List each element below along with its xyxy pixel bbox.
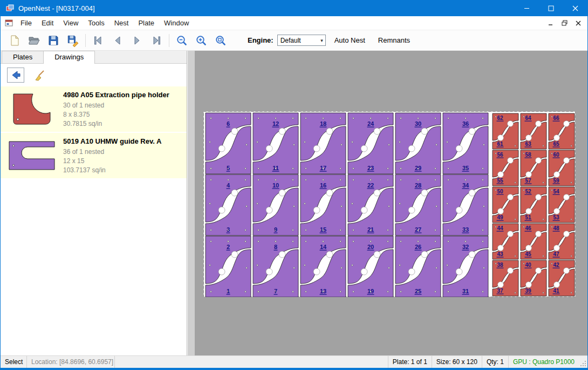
menu-item-nest[interactable]: Nest	[110, 17, 134, 29]
part-number[interactable]: 40	[525, 262, 531, 268]
part-number[interactable]: 33	[462, 226, 469, 233]
zoom-fit-button[interactable]	[211, 32, 230, 49]
part-number[interactable]: 10	[272, 182, 279, 189]
zoom-out-button[interactable]	[172, 32, 192, 49]
part-number[interactable]: 57	[525, 178, 531, 184]
part-number[interactable]: 5	[227, 165, 230, 171]
part-number[interactable]: 6	[227, 120, 230, 127]
nav-next-button[interactable]	[127, 32, 147, 49]
part-number[interactable]: 66	[553, 115, 559, 121]
part-number[interactable]: 8	[274, 244, 277, 250]
mdi-restore-button[interactable]	[562, 20, 568, 26]
part-number[interactable]: 65	[553, 141, 559, 147]
part-number[interactable]: 45	[525, 251, 531, 257]
part-number[interactable]: 15	[320, 226, 326, 233]
part-number[interactable]: 27	[415, 226, 421, 233]
part-number[interactable]: 21	[367, 226, 374, 233]
part-number[interactable]: 39	[525, 288, 531, 294]
part-number[interactable]: 19	[367, 288, 374, 294]
part-number[interactable]: 20	[367, 244, 374, 250]
part-number[interactable]: 3	[227, 226, 230, 233]
part-number[interactable]: 48	[553, 225, 559, 231]
part-number[interactable]: 44	[497, 225, 503, 231]
tab-drawings[interactable]: Drawings	[43, 51, 95, 64]
part-number[interactable]: 22	[367, 182, 374, 189]
save-as-button[interactable]	[63, 32, 83, 49]
part-number[interactable]: 7	[274, 288, 277, 294]
zoom-in-button[interactable]	[192, 32, 211, 49]
part-number[interactable]: 11	[272, 165, 279, 171]
part-number[interactable]: 29	[415, 165, 421, 171]
mdi-close-button[interactable]	[576, 21, 581, 26]
menu-item-plate[interactable]: Plate	[133, 17, 159, 29]
part-number[interactable]: 54	[553, 189, 559, 194]
part-number[interactable]: 56	[497, 152, 503, 158]
part-number[interactable]: 51	[525, 214, 531, 220]
nav-last-button[interactable]	[147, 32, 166, 49]
part-number[interactable]: 14	[320, 244, 327, 250]
part-number[interactable]: 50	[497, 189, 503, 194]
save-button[interactable]	[44, 32, 63, 49]
part-number[interactable]: 31	[462, 288, 469, 294]
part-number[interactable]: 12	[272, 120, 279, 127]
close-button[interactable]	[563, 0, 587, 16]
new-button[interactable]	[5, 32, 24, 49]
menu-item-view[interactable]: View	[58, 17, 83, 29]
part-number[interactable]: 38	[497, 262, 503, 268]
part-number[interactable]: 28	[415, 182, 421, 189]
part-number[interactable]: 43	[497, 251, 503, 257]
part-number[interactable]: 52	[525, 189, 531, 194]
part-number[interactable]: 58	[525, 152, 531, 158]
part-number[interactable]: 34	[462, 182, 469, 189]
part-number[interactable]: 36	[462, 120, 469, 127]
nest-canvas[interactable]: 6512111817242330293635431091615222128273…	[195, 51, 587, 355]
document-system-icon[interactable]	[5, 19, 13, 27]
drawing-item[interactable]: 4980 A05 Extraction pipe holder 30 of 1 …	[1, 86, 187, 132]
part-number[interactable]: 30	[415, 120, 421, 127]
menu-item-window[interactable]: Window	[159, 17, 194, 29]
return-parts-button[interactable]	[7, 68, 24, 83]
part-number[interactable]: 16	[320, 182, 326, 189]
part-number[interactable]: 25	[415, 288, 421, 294]
part-number[interactable]: 62	[497, 115, 503, 121]
mdi-minimize-button[interactable]	[548, 21, 553, 26]
part-number[interactable]: 64	[525, 115, 531, 121]
part-number[interactable]: 17	[320, 165, 326, 171]
resize-grip[interactable]	[579, 356, 587, 368]
part-number[interactable]: 63	[525, 141, 531, 147]
menu-item-tools[interactable]: Tools	[83, 17, 109, 29]
menu-item-file[interactable]: File	[16, 17, 37, 29]
part-number[interactable]: 37	[497, 288, 503, 294]
drawing-item[interactable]: 5019 A10 UHMW guide Rev. A 36 of 1 neste…	[1, 133, 187, 178]
part-number[interactable]: 41	[553, 288, 559, 294]
part-number[interactable]: 61	[497, 141, 503, 147]
part-number[interactable]: 13	[320, 288, 326, 294]
part-number[interactable]: 2	[227, 244, 230, 250]
menu-item-edit[interactable]: Edit	[37, 17, 58, 29]
part-number[interactable]: 49	[497, 214, 503, 220]
auto-nest-button[interactable]: Auto Nest	[330, 33, 370, 48]
part-number[interactable]: 35	[462, 165, 469, 171]
nav-first-button[interactable]	[88, 32, 108, 49]
part-number[interactable]: 46	[525, 225, 531, 231]
part-number[interactable]: 53	[553, 214, 559, 220]
part-number[interactable]: 55	[497, 178, 503, 184]
part-number[interactable]: 47	[553, 251, 559, 257]
maximize-button[interactable]	[539, 0, 563, 16]
open-button[interactable]	[24, 32, 44, 49]
part-number[interactable]: 60	[553, 152, 559, 158]
part-number[interactable]: 23	[367, 165, 374, 171]
part-number[interactable]: 18	[320, 120, 326, 127]
panel-splitter[interactable]	[188, 51, 195, 355]
tab-plates[interactable]: Plates	[2, 51, 44, 63]
part-number[interactable]: 1	[227, 288, 230, 294]
remnants-button[interactable]: Remnants	[374, 33, 414, 48]
nest-plate-view[interactable]: 6512111817242330293635431091615222128273…	[203, 111, 576, 297]
minimize-button[interactable]	[515, 0, 539, 16]
part-number[interactable]: 4	[227, 182, 230, 189]
part-number[interactable]: 32	[462, 244, 469, 250]
part-number[interactable]: 59	[553, 178, 559, 184]
engine-select[interactable]: Default ▾	[277, 35, 326, 46]
part-number[interactable]: 24	[367, 120, 374, 127]
clear-button[interactable]	[31, 68, 48, 83]
